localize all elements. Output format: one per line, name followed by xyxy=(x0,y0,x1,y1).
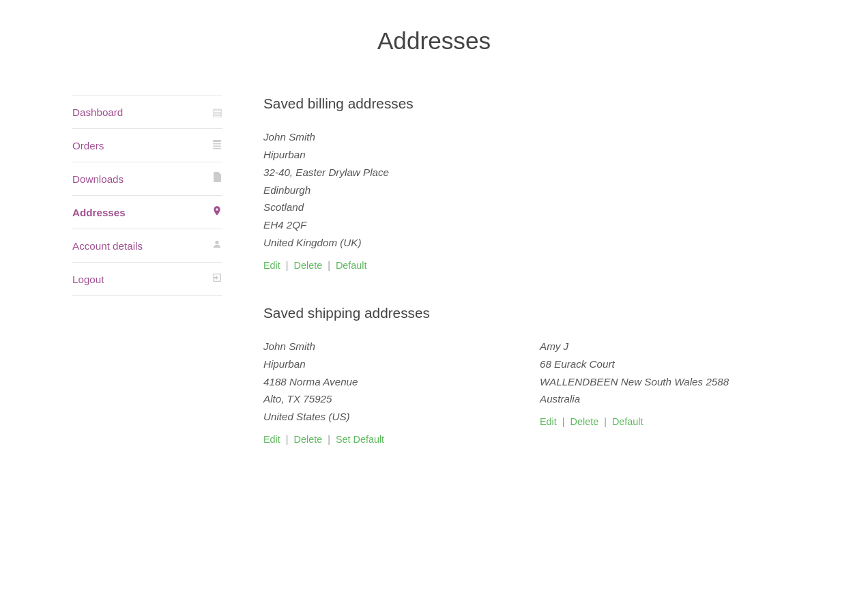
shipping-1-company: Hipurban xyxy=(263,355,519,373)
shipping-1-actions: Edit | Delete | Set Default xyxy=(263,434,519,445)
orders-icon xyxy=(212,138,222,152)
logout-icon xyxy=(212,272,222,286)
billing-country: United Kingdom (UK) xyxy=(263,234,796,252)
sidebar-item-addresses-label: Addresses xyxy=(72,207,126,218)
shipping-1-separator-1: | xyxy=(286,434,289,445)
dashboard-icon: ▤ xyxy=(212,106,222,119)
sidebar: Dashboard ▤ Orders Downloads xyxy=(72,96,222,296)
billing-region: Scotland xyxy=(263,199,796,216)
sidebar-item-account-details-label: Account details xyxy=(72,240,143,252)
sidebar-item-dashboard[interactable]: Dashboard ▤ xyxy=(72,96,222,129)
shipping-2-actions: Edit | Delete | Default xyxy=(540,416,796,427)
sidebar-item-orders-label: Orders xyxy=(72,140,104,151)
shipping-2-street: 68 Eurack Court xyxy=(540,355,796,373)
shipping-2-country: Australia xyxy=(540,390,796,408)
shipping-grid: John Smith Hipurban 4188 Norma Avenue Al… xyxy=(263,338,796,445)
shipping-2-name: Amy J xyxy=(540,338,796,355)
billing-company: Hipurban xyxy=(263,146,796,164)
shipping-address-2-text: Amy J 68 Eurack Court WALLENDBEEN New So… xyxy=(540,338,796,408)
billing-address-actions: Edit | Delete | Default xyxy=(263,260,796,271)
shipping-2-delete-link[interactable]: Delete xyxy=(570,416,599,427)
billing-delete-link[interactable]: Delete xyxy=(294,260,323,271)
billing-section: Saved billing addresses John Smith Hipur… xyxy=(263,96,796,271)
sidebar-item-account-details[interactable]: Account details xyxy=(72,229,222,263)
shipping-address-1: John Smith Hipurban 4188 Norma Avenue Al… xyxy=(263,338,519,445)
sidebar-item-downloads-label: Downloads xyxy=(72,173,124,185)
svg-rect-1 xyxy=(213,143,221,145)
billing-separator-1: | xyxy=(286,260,289,271)
shipping-2-separator-1: | xyxy=(562,416,565,427)
sidebar-item-downloads[interactable]: Downloads xyxy=(72,162,222,196)
shipping-2-separator-2: | xyxy=(604,416,607,427)
account-details-icon xyxy=(212,239,222,252)
shipping-1-name: John Smith xyxy=(263,338,519,355)
shipping-2-default-link[interactable]: Default xyxy=(612,416,643,427)
svg-rect-3 xyxy=(213,148,221,149)
shipping-1-street: 4188 Norma Avenue xyxy=(263,373,519,391)
shipping-2-edit-link[interactable]: Edit xyxy=(540,416,557,427)
billing-edit-link[interactable]: Edit xyxy=(263,260,280,271)
billing-default-link[interactable]: Default xyxy=(336,260,367,271)
billing-street: 32-40, Easter Drylaw Place xyxy=(263,164,796,181)
sidebar-item-logout[interactable]: Logout xyxy=(72,263,222,296)
downloads-icon xyxy=(213,172,222,186)
shipping-address-2: Amy J 68 Eurack Court WALLENDBEEN New So… xyxy=(540,338,796,445)
main-content: Saved billing addresses John Smith Hipur… xyxy=(263,96,796,479)
page-title: Addresses xyxy=(72,27,796,55)
shipping-1-set-default-link[interactable]: Set Default xyxy=(336,434,384,445)
shipping-1-edit-link[interactable]: Edit xyxy=(263,434,280,445)
sidebar-item-orders[interactable]: Orders xyxy=(72,129,222,162)
shipping-1-separator-2: | xyxy=(328,434,330,445)
shipping-1-country: United States (US) xyxy=(263,408,519,426)
shipping-section-title: Saved shipping addresses xyxy=(263,305,796,321)
shipping-section: Saved shipping addresses John Smith Hipu… xyxy=(263,305,796,445)
shipping-address-1-text: John Smith Hipurban 4188 Norma Avenue Al… xyxy=(263,338,519,426)
svg-rect-2 xyxy=(213,146,221,147)
sidebar-item-dashboard-label: Dashboard xyxy=(72,106,123,118)
billing-separator-2: | xyxy=(328,260,330,271)
shipping-2-city: WALLENDBEEN New South Wales 2588 xyxy=(540,373,796,391)
billing-address-block: John Smith Hipurban 32-40, Easter Drylaw… xyxy=(263,128,796,271)
billing-postcode: EH4 2QF xyxy=(263,216,796,234)
addresses-icon xyxy=(212,205,222,219)
sidebar-item-addresses[interactable]: Addresses xyxy=(72,196,222,229)
shipping-1-city: Alto, TX 75925 xyxy=(263,390,519,408)
shipping-1-delete-link[interactable]: Delete xyxy=(294,434,323,445)
billing-address-text: John Smith Hipurban 32-40, Easter Drylaw… xyxy=(263,128,796,252)
billing-section-title: Saved billing addresses xyxy=(263,96,796,112)
svg-rect-0 xyxy=(213,140,221,142)
billing-name: John Smith xyxy=(263,128,796,146)
svg-point-4 xyxy=(215,241,218,244)
billing-city: Edinburgh xyxy=(263,181,796,199)
sidebar-item-logout-label: Logout xyxy=(72,274,104,285)
